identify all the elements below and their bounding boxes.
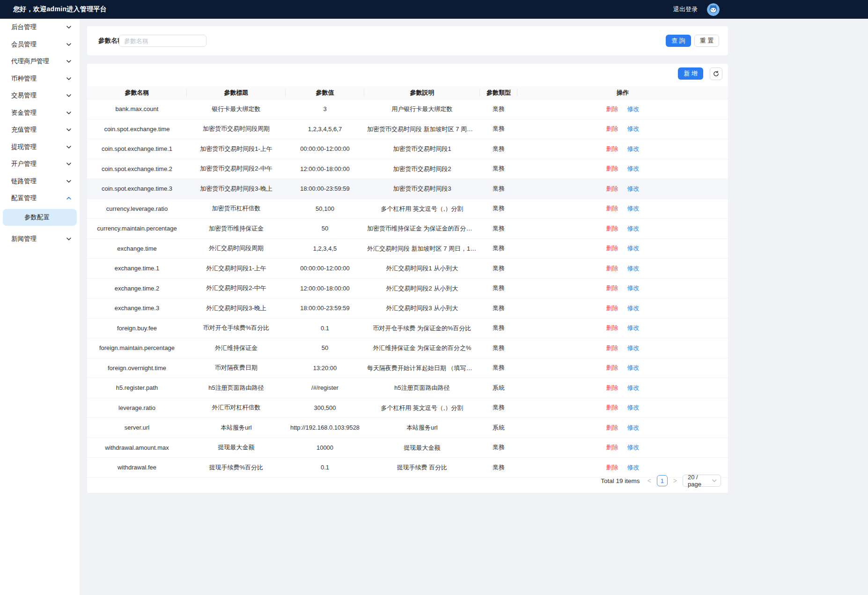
sidebar-menu-item[interactable]: 币种管理	[0, 70, 80, 88]
cell-param-name: coin.spot.exchange.time.1	[87, 139, 187, 159]
cell-param-desc: 币对开仓手续费 为保证金的%百分比	[364, 319, 480, 338]
logout-button[interactable]: 退出登录	[673, 5, 698, 14]
header-param-value: 參數值	[286, 86, 364, 99]
cell-param-title: 币对隔夜费日期	[187, 358, 286, 378]
cell-param-desc: h5注册页面路由路径	[364, 378, 480, 398]
delete-link[interactable]: 删除	[606, 304, 618, 312]
table-row: exchange.time.1 外汇交易时间段1-上午 00:00:00-12:…	[87, 259, 728, 279]
cell-param-value: /#/register	[286, 378, 364, 398]
cell-param-desc: 外汇交易时间段3 从小到大	[364, 298, 480, 318]
delete-link[interactable]: 删除	[606, 384, 618, 392]
table-row: currency.maintain.percentage 加密货币维持保证金 5…	[87, 219, 728, 239]
cell-param-name: foreign.buy.fee	[87, 319, 187, 338]
delete-link[interactable]: 删除	[606, 364, 618, 372]
sidebar-submenu-item[interactable]: 参数配置	[3, 209, 77, 226]
sidebar-menu-item[interactable]: 会员管理	[0, 36, 80, 53]
edit-link[interactable]: 修改	[627, 125, 640, 133]
delete-link[interactable]: 删除	[606, 443, 618, 452]
avatar-image	[707, 3, 720, 16]
edit-link[interactable]: 修改	[627, 264, 640, 273]
cell-param-type: 業務	[480, 239, 517, 259]
sidebar-menu-item[interactable]: 资金管理	[0, 104, 80, 122]
edit-link[interactable]: 修改	[627, 364, 640, 372]
edit-link[interactable]: 修改	[627, 284, 640, 292]
edit-link[interactable]: 修改	[627, 324, 640, 332]
sidebar-menu: 后台管理 会员管理 代理商戶管理 币种管理 交易管理 资金管理	[0, 19, 80, 247]
sidebar-menu-item[interactable]: 新闻管理	[0, 231, 80, 248]
edit-link[interactable]: 修改	[627, 185, 640, 193]
query-button[interactable]: 查 詢	[666, 35, 691, 47]
cell-actions: 删除 修改	[517, 358, 728, 378]
cell-param-type: 業務	[480, 199, 517, 219]
edit-link[interactable]: 修改	[627, 224, 640, 233]
edit-link[interactable]: 修改	[627, 424, 640, 432]
sidebar-menu-item[interactable]: 充值管理	[0, 121, 80, 139]
edit-link[interactable]: 修改	[627, 403, 640, 412]
edit-link[interactable]: 修改	[627, 443, 640, 452]
edit-link[interactable]: 修改	[627, 105, 640, 113]
cell-param-title: 外汇币对杠杆倍数	[187, 398, 286, 418]
refresh-button[interactable]	[710, 67, 722, 80]
edit-link[interactable]: 修改	[627, 204, 640, 213]
next-page-button[interactable]: >	[672, 477, 678, 484]
chevron-down-icon	[66, 77, 71, 80]
table-row: h5.register.path h5注册页面路由路径 /#/register …	[87, 378, 728, 398]
cell-actions: 删除 修改	[517, 418, 728, 438]
header-actions: 操作	[517, 86, 728, 99]
sidebar-item-label: 参数配置	[24, 213, 50, 222]
admin-page: 您好，欢迎admin进入管理平台 退出登录 后台管理	[0, 0, 868, 595]
avatar[interactable]	[707, 3, 720, 16]
page-number-button[interactable]: 1	[657, 475, 668, 486]
cell-param-title: 加密货币交易时间段2-中午	[187, 159, 286, 179]
edit-link[interactable]: 修改	[627, 145, 640, 153]
cell-actions: 删除 修改	[517, 159, 728, 179]
cell-param-type: 業務	[480, 298, 517, 318]
table-row: foreign.buy.fee 币对开仓手续费%百分比 0.1 币对开仓手续费 …	[87, 319, 728, 339]
sidebar-menu-item[interactable]: 代理商戶管理	[0, 53, 80, 70]
sidebar-menu-item[interactable]: 开户管理	[0, 156, 80, 173]
edit-link[interactable]: 修改	[627, 304, 640, 312]
cell-param-value: 1,2,3,4,5,6,7	[286, 119, 364, 139]
sidebar-menu-item[interactable]: 后台管理	[0, 19, 80, 36]
cell-actions: 删除 修改	[517, 99, 728, 119]
delete-link[interactable]: 删除	[606, 284, 618, 292]
delete-link[interactable]: 删除	[606, 403, 618, 412]
cell-actions: 删除 修改	[517, 398, 728, 418]
sidebar: 后台管理 会员管理 代理商戶管理 币种管理 交易管理 资金管理	[0, 19, 80, 595]
sidebar-item-label: 提现管理	[11, 143, 37, 151]
cell-param-name: foreign.maintain.percentage	[87, 338, 187, 358]
delete-link[interactable]: 删除	[606, 204, 618, 213]
delete-link[interactable]: 删除	[606, 105, 618, 113]
table-row: coin.spot.exchange.time.3 加密货币交易时间段3-晚上 …	[87, 179, 728, 199]
delete-link[interactable]: 删除	[606, 344, 618, 352]
add-button[interactable]: 新 增	[678, 67, 703, 80]
cell-param-name: currency.maintain.percentage	[87, 219, 187, 238]
sidebar-menu-item[interactable]: 链路管理	[0, 173, 80, 190]
cell-param-desc: 加密货币交易时间段1	[364, 139, 480, 159]
sidebar-menu-item[interactable]: 提现管理	[0, 139, 80, 156]
sidebar-menu-item[interactable]: 配置管理	[0, 190, 80, 207]
delete-link[interactable]: 删除	[606, 145, 618, 153]
search-input[interactable]	[119, 35, 206, 47]
edit-link[interactable]: 修改	[627, 344, 640, 352]
delete-link[interactable]: 删除	[606, 125, 618, 133]
page-size-select[interactable]: 20 / page	[683, 475, 721, 487]
delete-link[interactable]: 删除	[606, 185, 618, 193]
cell-param-title: 外汇交易时间段2-中午	[187, 279, 286, 298]
delete-link[interactable]: 删除	[606, 164, 618, 173]
edit-link[interactable]: 修改	[627, 164, 640, 173]
sidebar-menu-item[interactable]: 交易管理	[0, 87, 80, 104]
cell-param-type: 業務	[480, 179, 517, 199]
delete-link[interactable]: 删除	[606, 324, 618, 332]
cell-param-type: 業務	[480, 358, 517, 378]
edit-link[interactable]: 修改	[627, 244, 640, 253]
cell-param-name: exchange.time.1	[87, 259, 187, 278]
reset-button[interactable]: 重 置	[694, 35, 719, 47]
delete-link[interactable]: 删除	[606, 244, 618, 253]
prev-page-button[interactable]: <	[647, 477, 652, 484]
sidebar-item-label: 币种管理	[11, 74, 37, 83]
delete-link[interactable]: 删除	[606, 264, 618, 273]
delete-link[interactable]: 删除	[606, 224, 618, 233]
delete-link[interactable]: 删除	[606, 424, 618, 432]
edit-link[interactable]: 修改	[627, 384, 640, 392]
